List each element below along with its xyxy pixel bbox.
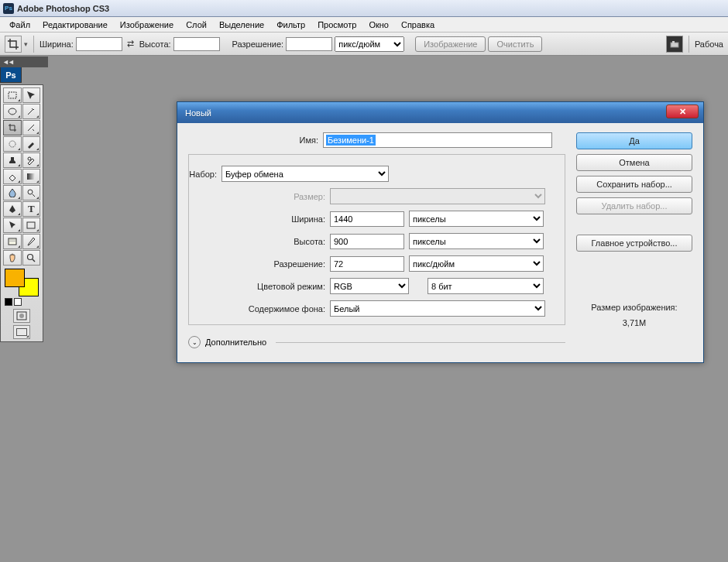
device-button[interactable]: Главное устройство... [576, 235, 692, 252]
lasso-tool[interactable] [3, 104, 22, 119]
menu-window[interactable]: Окно [362, 18, 395, 32]
width-units-select[interactable]: пикселы [409, 211, 544, 227]
eraser-tool[interactable] [3, 169, 22, 184]
opt-clear-button[interactable]: Очистить [488, 36, 542, 52]
svg-rect-2 [9, 92, 16, 98]
height-input[interactable] [330, 234, 404, 249]
advanced-toggle[interactable]: ⌄ [188, 336, 201, 348]
preset-select[interactable]: Буфер обмена [221, 166, 389, 182]
app-icon: Ps [3, 3, 14, 14]
dodge-tool[interactable] [22, 185, 41, 200]
opt-res-input[interactable] [286, 37, 332, 51]
res-input[interactable] [330, 256, 404, 272]
marquee-tool[interactable] [3, 87, 22, 103]
options-bar: ▾ Ширина: ⇄ Высота: Разрешение: пикс/дюй… [0, 33, 728, 56]
eyedropper-tool[interactable] [22, 234, 41, 249]
path-select-tool[interactable] [3, 218, 22, 233]
dialog-title: Новый [185, 108, 211, 118]
workspace-label[interactable]: Рабоча [695, 39, 723, 49]
name-input[interactable]: Безимени-1 [323, 132, 552, 148]
menu-file[interactable]: Файл [3, 18, 36, 32]
svg-point-4 [28, 157, 31, 160]
width-input[interactable] [330, 211, 404, 227]
imgsize-value: 3,71M [576, 318, 692, 327]
svg-rect-1 [672, 41, 675, 43]
mode-select[interactable]: RGB [330, 278, 409, 294]
blur-tool[interactable] [3, 185, 22, 200]
dropdown-arrow-icon[interactable]: ▾ [24, 40, 28, 48]
move-tool[interactable] [22, 87, 41, 103]
mode-label: Цветовой режим: [195, 282, 330, 291]
pen-tool[interactable] [3, 201, 22, 217]
history-brush-tool[interactable] [22, 152, 41, 168]
preset-label: Набор: [87, 170, 221, 179]
toolbox: T [0, 84, 43, 342]
gradient-tool[interactable] [22, 169, 41, 184]
opt-width-label: Ширина: [39, 39, 74, 49]
opt-height-label: Высота: [139, 39, 171, 49]
type-tool[interactable]: T [22, 201, 41, 217]
name-label: Имя: [188, 135, 323, 145]
shape-tool[interactable] [22, 218, 41, 233]
crop-tool[interactable] [3, 120, 22, 135]
menu-edit[interactable]: Редактирование [36, 18, 114, 32]
svg-rect-5 [27, 173, 35, 180]
svg-point-9 [28, 255, 33, 260]
opt-res-label: Разрешение: [232, 39, 284, 49]
swap-icon[interactable]: ⇄ [125, 38, 137, 50]
crop-tool-icon[interactable] [5, 36, 22, 53]
menu-select[interactable]: Выделение [213, 18, 270, 32]
svg-point-6 [28, 190, 33, 194]
hand-tool[interactable] [3, 250, 22, 266]
color-swatches[interactable] [3, 269, 40, 296]
opt-image-button[interactable]: Изображение [415, 36, 486, 52]
screenmode-toggle[interactable] [13, 325, 30, 339]
opt-height-input[interactable] [173, 37, 220, 51]
brush-tool[interactable] [22, 136, 41, 152]
menu-layer[interactable]: Слой [180, 18, 213, 32]
menubar: Файл Редактирование Изображение Слой Выд… [0, 17, 728, 33]
zoom-tool[interactable] [22, 250, 41, 266]
default-colors-icon[interactable] [5, 298, 12, 306]
svg-point-11 [19, 314, 24, 318]
bg-select[interactable]: Белый [330, 300, 545, 317]
ok-button[interactable]: Да [576, 132, 692, 149]
save-preset-button[interactable]: Сохранить набор... [576, 176, 692, 193]
menu-view[interactable]: Просмотр [311, 18, 362, 32]
ps-tab[interactable]: Ps [0, 67, 22, 83]
menu-filter[interactable]: Фильтр [270, 18, 311, 32]
close-button[interactable]: ✕ [666, 105, 699, 118]
quickmask-toggle[interactable] [13, 309, 30, 323]
advanced-label: Дополнительно [205, 338, 266, 347]
height-units-select[interactable]: пикселы [409, 233, 544, 249]
size-label: Размер: [195, 192, 330, 201]
size-select [330, 188, 545, 204]
palette-header[interactable]: ◄◄ [0, 57, 48, 67]
new-document-dialog: Новый ✕ Имя: Безимени-1 Набор: Буфер обм… [177, 101, 704, 363]
opt-res-units[interactable]: пикс/дюйм [335, 36, 404, 52]
foreground-color[interactable] [5, 269, 25, 287]
menu-image[interactable]: Изображение [114, 18, 180, 32]
bridge-icon[interactable] [666, 36, 683, 53]
wand-tool[interactable] [22, 104, 41, 119]
window-titlebar: Ps Adobe Photoshop CS3 [0, 0, 728, 17]
imgsize-label: Размер изображения: [576, 303, 692, 312]
svg-point-3 [9, 141, 15, 147]
res-units-select[interactable]: пикс/дюйм [409, 255, 544, 272]
notes-tool[interactable] [3, 234, 22, 249]
dialog-titlebar[interactable]: Новый ✕ [177, 102, 703, 123]
depth-select[interactable]: 8 бит [428, 278, 544, 294]
swap-colors-icon[interactable] [14, 298, 22, 306]
svg-rect-7 [27, 222, 35, 228]
opt-width-input[interactable] [76, 37, 122, 51]
slice-tool[interactable] [22, 120, 41, 135]
document-settings-group: Набор: Буфер обмена Размер: Ширина: пикс… [188, 154, 565, 325]
bg-label: Содержимое фона: [195, 304, 330, 314]
width-label: Ширина: [195, 214, 330, 224]
heal-tool[interactable] [3, 136, 22, 152]
delete-preset-button[interactable]: Удалить набор... [576, 197, 692, 214]
palette-well: ◄◄ Ps T [0, 57, 48, 342]
cancel-button[interactable]: Отмена [576, 154, 692, 171]
menu-help[interactable]: Справка [395, 18, 441, 32]
stamp-tool[interactable] [3, 152, 22, 168]
